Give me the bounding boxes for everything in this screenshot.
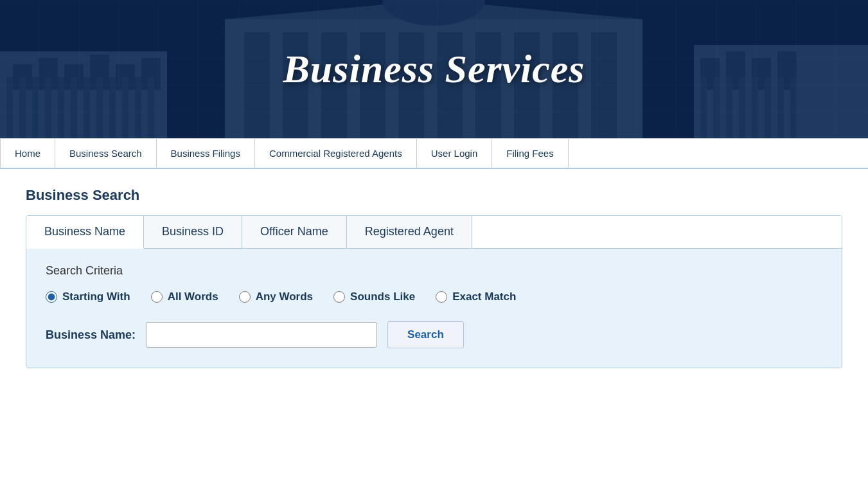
svg-rect-39	[726, 77, 732, 138]
svg-rect-12	[71, 77, 77, 138]
business-name-input[interactable]	[146, 322, 377, 348]
radio-exact-match[interactable]: Exact Match	[436, 290, 516, 303]
radio-sounds-like[interactable]: Sounds Like	[333, 290, 415, 303]
search-box: Business Name Business ID Officer Name R…	[26, 215, 842, 368]
radio-all-words-label: All Words	[168, 290, 218, 303]
tab-registered-agent[interactable]: Registered Agent	[347, 216, 472, 248]
radio-starting-with-input[interactable]	[46, 291, 57, 303]
svg-rect-43	[777, 77, 784, 138]
nav-filing-fees[interactable]: Filing Fees	[492, 139, 568, 168]
svg-rect-44	[790, 77, 797, 138]
svg-rect-15	[109, 77, 116, 138]
radio-any-words-label: Any Words	[256, 290, 313, 303]
search-criteria-radio-group: Starting With All Words Any Words Sounds…	[46, 290, 822, 303]
svg-rect-21	[244, 32, 270, 138]
radio-any-words[interactable]: Any Words	[239, 290, 313, 303]
nav-user-login[interactable]: User Login	[417, 139, 493, 168]
radio-starting-with[interactable]: Starting With	[46, 290, 130, 303]
nav-business-search[interactable]: Business Search	[55, 139, 157, 168]
svg-rect-11	[58, 77, 64, 138]
radio-any-words-input[interactable]	[239, 291, 251, 303]
radio-starting-with-label: Starting With	[62, 290, 130, 303]
tab-business-id[interactable]: Business ID	[144, 216, 242, 248]
svg-rect-38	[713, 77, 720, 138]
svg-rect-8	[19, 77, 26, 138]
nav-commercial-registered-agents[interactable]: Commercial Registered Agents	[255, 139, 417, 168]
search-button[interactable]: Search	[387, 321, 464, 348]
svg-rect-41	[752, 77, 758, 138]
business-name-label: Business Name:	[46, 328, 136, 342]
tab-officer-name[interactable]: Officer Name	[242, 216, 347, 248]
svg-rect-10	[45, 77, 51, 138]
svg-rect-16	[122, 77, 128, 138]
svg-rect-40	[739, 77, 745, 138]
svg-rect-42	[765, 77, 771, 138]
svg-rect-9	[32, 77, 39, 138]
radio-all-words[interactable]: All Words	[151, 290, 218, 303]
site-title: Business Services	[283, 46, 585, 92]
svg-rect-14	[96, 77, 103, 138]
radio-exact-match-input[interactable]	[436, 291, 447, 303]
search-tabs: Business Name Business ID Officer Name R…	[26, 216, 842, 249]
page-content: Business Search Business Name Business I…	[0, 169, 868, 386]
svg-rect-7	[6, 77, 13, 138]
page-title: Business Search	[26, 187, 842, 204]
search-criteria-label: Search Criteria	[46, 264, 822, 278]
radio-exact-match-label: Exact Match	[452, 290, 516, 303]
nav-business-filings[interactable]: Business Filings	[157, 139, 255, 168]
radio-all-words-input[interactable]	[151, 291, 163, 303]
svg-rect-17	[135, 77, 141, 138]
business-name-field-row: Business Name: Search	[46, 321, 822, 348]
svg-rect-13	[84, 77, 90, 138]
tab-business-name[interactable]: Business Name	[26, 216, 144, 249]
svg-rect-30	[591, 32, 617, 138]
radio-sounds-like-input[interactable]	[333, 291, 345, 303]
main-nav: Home Business Search Business Filings Co…	[0, 138, 868, 169]
nav-home[interactable]: Home	[0, 139, 55, 168]
page-header: Business Services	[0, 0, 868, 138]
svg-rect-37	[700, 77, 707, 138]
radio-sounds-like-label: Sounds Like	[350, 290, 415, 303]
svg-rect-18	[148, 77, 154, 138]
search-panel: Search Criteria Starting With All Words …	[26, 249, 842, 368]
